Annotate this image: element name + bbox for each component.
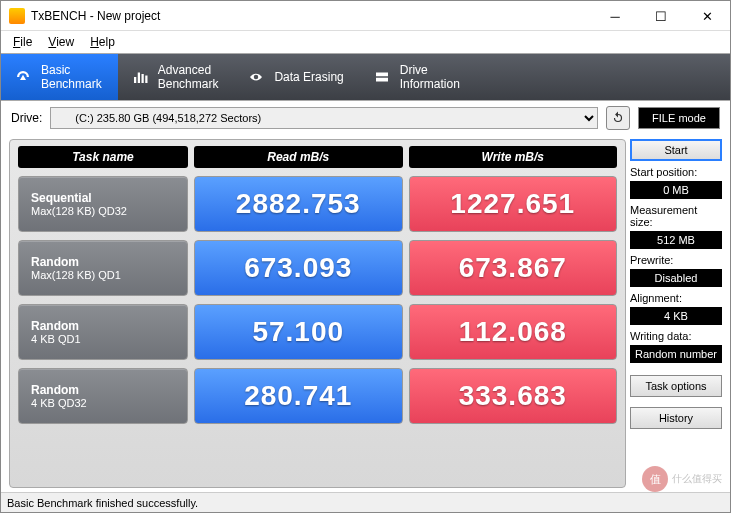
minimize-button[interactable]: ─ bbox=[592, 1, 638, 31]
start-button[interactable]: Start bbox=[630, 139, 722, 161]
task-sequential-qd32[interactable]: SequentialMax(128 KB) QD32 bbox=[18, 176, 188, 232]
menu-bar: File View Help bbox=[1, 31, 730, 53]
refresh-button[interactable] bbox=[606, 106, 630, 130]
task-options-button[interactable]: Task options bbox=[630, 375, 722, 397]
chart-icon bbox=[130, 67, 150, 87]
tab-data-erasing[interactable]: Data Erasing bbox=[234, 54, 359, 100]
drive-label: Drive: bbox=[11, 111, 42, 125]
status-bar: Basic Benchmark finished successfully. bbox=[1, 492, 730, 512]
tab-drive-information[interactable]: Drive Information bbox=[360, 54, 476, 100]
erase-icon bbox=[246, 67, 266, 87]
write-value: 673.867 bbox=[409, 240, 618, 296]
watermark: 值 什么值得买 bbox=[642, 466, 722, 492]
menu-help[interactable]: Help bbox=[84, 33, 121, 51]
task-random-4k-qd32[interactable]: Random4 KB QD32 bbox=[18, 368, 188, 424]
read-value: 57.100 bbox=[194, 304, 403, 360]
drive-icon bbox=[372, 67, 392, 87]
refresh-icon bbox=[611, 111, 625, 125]
maximize-button[interactable]: ☐ bbox=[638, 1, 684, 31]
tab-label: Data Erasing bbox=[274, 70, 343, 84]
prewrite-label: Prewrite: bbox=[630, 254, 722, 266]
writing-data-label: Writing data: bbox=[630, 330, 722, 342]
alignment-value[interactable]: 4 KB bbox=[630, 307, 722, 325]
writing-data-value[interactable]: Random number bbox=[630, 345, 722, 363]
result-row: Random4 KB QD32 280.741 333.683 bbox=[18, 368, 617, 424]
file-mode-button[interactable]: FILE mode bbox=[638, 107, 720, 129]
header-task-name: Task name bbox=[18, 146, 188, 168]
menu-file[interactable]: File bbox=[7, 33, 38, 51]
title-bar: TxBENCH - New project ─ ☐ ✕ bbox=[1, 1, 730, 31]
app-icon bbox=[9, 8, 25, 24]
watermark-icon: 值 bbox=[642, 466, 668, 492]
read-value: 280.741 bbox=[194, 368, 403, 424]
start-position-value[interactable]: 0 MB bbox=[630, 181, 722, 199]
history-button[interactable]: History bbox=[630, 407, 722, 429]
header-read: Read mB/s bbox=[194, 146, 403, 168]
tab-basic-benchmark[interactable]: Basic Benchmark bbox=[1, 54, 118, 100]
alignment-label: Alignment: bbox=[630, 292, 722, 304]
result-row: Random4 KB QD1 57.100 112.068 bbox=[18, 304, 617, 360]
tab-label: Basic Benchmark bbox=[41, 63, 102, 91]
drive-select[interactable]: (C:) 235.80 GB (494,518,272 Sectors) bbox=[50, 107, 598, 129]
result-row: RandomMax(128 KB) QD1 673.093 673.867 bbox=[18, 240, 617, 296]
task-random-4k-qd1[interactable]: Random4 KB QD1 bbox=[18, 304, 188, 360]
result-row: SequentialMax(128 KB) QD32 2882.753 1227… bbox=[18, 176, 617, 232]
measurement-size-value[interactable]: 512 MB bbox=[630, 231, 722, 249]
write-value: 333.683 bbox=[409, 368, 618, 424]
tab-advanced-benchmark[interactable]: Advanced Benchmark bbox=[118, 54, 235, 100]
start-position-label: Start position: bbox=[630, 166, 722, 178]
read-value: 2882.753 bbox=[194, 176, 403, 232]
write-value: 112.068 bbox=[409, 304, 618, 360]
measurement-size-label: Measurement size: bbox=[630, 204, 722, 228]
task-random-128k-qd1[interactable]: RandomMax(128 KB) QD1 bbox=[18, 240, 188, 296]
prewrite-value[interactable]: Disabled bbox=[630, 269, 722, 287]
read-value: 673.093 bbox=[194, 240, 403, 296]
menu-view[interactable]: View bbox=[42, 33, 80, 51]
status-text: Basic Benchmark finished successfully. bbox=[7, 497, 198, 509]
side-panel: Start Start position: 0 MB Measurement s… bbox=[630, 135, 730, 492]
tab-bar: Basic Benchmark Advanced Benchmark Data … bbox=[1, 53, 730, 101]
benchmark-panel: Task name Read mB/s Write mB/s Sequentia… bbox=[9, 139, 626, 488]
write-value: 1227.651 bbox=[409, 176, 618, 232]
window-title: TxBENCH - New project bbox=[31, 9, 592, 23]
header-write: Write mB/s bbox=[409, 146, 618, 168]
tab-label: Advanced Benchmark bbox=[158, 63, 219, 91]
close-button[interactable]: ✕ bbox=[684, 1, 730, 31]
gauge-icon bbox=[13, 67, 33, 87]
tab-label: Drive Information bbox=[400, 63, 460, 91]
drive-bar: Drive: (C:) 235.80 GB (494,518,272 Secto… bbox=[1, 101, 730, 135]
